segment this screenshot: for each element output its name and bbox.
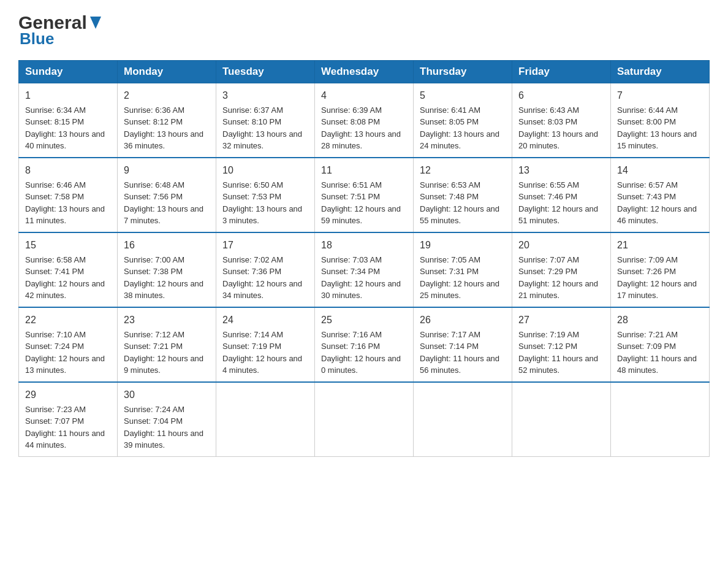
calendar-week-row: 15 Sunrise: 6:58 AM Sunset: 7:41 PM Dayl… [19, 232, 710, 307]
day-sunset: Sunset: 7:53 PM [222, 192, 281, 201]
day-sunset: Sunset: 8:03 PM [518, 117, 577, 126]
calendar-week-row: 29 Sunrise: 7:23 AM Sunset: 7:07 PM Dayl… [19, 382, 710, 457]
day-sunrise: Sunrise: 6:58 AM [25, 255, 86, 264]
day-number: 7 [617, 88, 703, 103]
logo: General Blue [18, 12, 104, 48]
day-sunrise: Sunrise: 7:07 AM [518, 255, 579, 264]
day-daylight: Daylight: 13 hours and 32 minutes. [222, 129, 302, 151]
day-number: 24 [222, 313, 308, 327]
day-sunset: Sunset: 8:05 PM [420, 117, 479, 126]
day-sunrise: Sunrise: 6:48 AM [124, 180, 184, 190]
calendar-cell: 12 Sunrise: 6:53 AM Sunset: 7:48 PM Dayl… [414, 158, 512, 232]
day-sunset: Sunset: 7:09 PM [617, 342, 676, 351]
day-daylight: Daylight: 12 hours and 34 minutes. [222, 279, 302, 301]
day-number: 6 [518, 88, 604, 103]
day-sunrise: Sunrise: 6:41 AM [420, 105, 480, 115]
day-sunset: Sunset: 7:16 PM [321, 342, 380, 351]
day-daylight: Daylight: 12 hours and 0 minutes. [321, 354, 401, 375]
calendar-cell: 21 Sunrise: 7:09 AM Sunset: 7:26 PM Dayl… [611, 232, 710, 307]
day-sunrise: Sunrise: 6:39 AM [321, 105, 382, 115]
day-sunset: Sunset: 7:43 PM [617, 192, 676, 201]
day-sunset: Sunset: 7:41 PM [25, 267, 84, 276]
day-sunset: Sunset: 7:31 PM [420, 267, 479, 276]
calendar-cell: 10 Sunrise: 6:50 AM Sunset: 7:53 PM Dayl… [216, 158, 315, 232]
day-sunrise: Sunrise: 6:57 AM [617, 180, 678, 190]
day-sunset: Sunset: 7:04 PM [124, 416, 183, 426]
calendar-cell [414, 382, 512, 457]
day-number: 23 [124, 313, 210, 327]
day-sunrise: Sunrise: 6:53 AM [420, 180, 480, 190]
day-sunset: Sunset: 7:36 PM [222, 267, 281, 276]
day-daylight: Daylight: 12 hours and 51 minutes. [518, 204, 598, 226]
calendar-cell: 22 Sunrise: 7:10 AM Sunset: 7:24 PM Dayl… [19, 307, 118, 382]
day-daylight: Daylight: 11 hours and 48 minutes. [617, 354, 697, 375]
logo-blue-text: Blue [20, 30, 104, 48]
day-number: 10 [222, 163, 308, 178]
day-number: 27 [518, 313, 604, 327]
day-sunset: Sunset: 7:34 PM [321, 267, 380, 276]
day-sunrise: Sunrise: 6:50 AM [222, 180, 283, 190]
calendar-cell: 7 Sunrise: 6:44 AM Sunset: 8:00 PM Dayli… [611, 83, 710, 158]
day-number: 15 [25, 238, 111, 253]
day-number: 3 [222, 88, 308, 103]
day-number: 11 [321, 163, 407, 178]
day-sunset: Sunset: 7:51 PM [321, 192, 380, 201]
day-daylight: Daylight: 12 hours and 55 minutes. [420, 204, 499, 226]
calendar-cell: 25 Sunrise: 7:16 AM Sunset: 7:16 PM Dayl… [315, 307, 414, 382]
day-number: 18 [321, 238, 407, 253]
day-of-week-header: Saturday [611, 60, 710, 83]
day-sunset: Sunset: 8:00 PM [617, 117, 676, 126]
day-number: 14 [617, 163, 703, 178]
day-sunset: Sunset: 7:48 PM [420, 192, 479, 201]
calendar-cell: 28 Sunrise: 7:21 AM Sunset: 7:09 PM Dayl… [611, 307, 710, 382]
day-sunrise: Sunrise: 6:43 AM [518, 105, 579, 115]
day-daylight: Daylight: 12 hours and 21 minutes. [518, 279, 598, 301]
day-sunrise: Sunrise: 6:55 AM [518, 180, 579, 190]
day-sunrise: Sunrise: 7:24 AM [124, 405, 184, 414]
day-number: 2 [124, 88, 210, 103]
day-sunset: Sunset: 7:38 PM [124, 267, 183, 276]
calendar-cell: 16 Sunrise: 7:00 AM Sunset: 7:38 PM Dayl… [118, 232, 216, 307]
day-daylight: Daylight: 12 hours and 13 minutes. [25, 354, 105, 375]
calendar-cell: 24 Sunrise: 7:14 AM Sunset: 7:19 PM Dayl… [216, 307, 315, 382]
day-sunrise: Sunrise: 6:46 AM [25, 180, 86, 190]
day-daylight: Daylight: 13 hours and 24 minutes. [420, 129, 499, 151]
day-sunset: Sunset: 7:58 PM [25, 192, 84, 201]
day-of-week-header: Thursday [414, 60, 512, 83]
day-sunset: Sunset: 7:21 PM [124, 342, 183, 351]
day-number: 17 [222, 238, 308, 253]
day-sunset: Sunset: 7:14 PM [420, 342, 479, 351]
day-number: 21 [617, 238, 703, 253]
day-sunset: Sunset: 7:12 PM [518, 342, 577, 351]
day-sunset: Sunset: 7:46 PM [518, 192, 577, 201]
day-sunset: Sunset: 7:26 PM [617, 267, 676, 276]
calendar-cell: 9 Sunrise: 6:48 AM Sunset: 7:56 PM Dayli… [118, 158, 216, 232]
day-sunset: Sunset: 7:29 PM [518, 267, 577, 276]
day-daylight: Daylight: 13 hours and 15 minutes. [617, 129, 697, 151]
day-of-week-header: Sunday [19, 60, 118, 83]
day-number: 4 [321, 88, 407, 103]
day-sunrise: Sunrise: 6:37 AM [222, 105, 283, 115]
day-daylight: Daylight: 12 hours and 9 minutes. [124, 354, 203, 375]
day-daylight: Daylight: 11 hours and 44 minutes. [25, 429, 105, 450]
day-sunrise: Sunrise: 7:23 AM [25, 405, 86, 414]
day-sunrise: Sunrise: 6:44 AM [617, 105, 678, 115]
day-daylight: Daylight: 13 hours and 40 minutes. [25, 129, 105, 151]
day-sunset: Sunset: 7:19 PM [222, 342, 281, 351]
day-daylight: Daylight: 12 hours and 46 minutes. [617, 204, 697, 226]
day-sunrise: Sunrise: 7:16 AM [321, 330, 382, 339]
day-daylight: Daylight: 13 hours and 36 minutes. [124, 129, 203, 151]
day-sunrise: Sunrise: 7:03 AM [321, 255, 382, 264]
calendar-cell: 3 Sunrise: 6:37 AM Sunset: 8:10 PM Dayli… [216, 83, 315, 158]
day-number: 16 [124, 238, 210, 253]
calendar-week-row: 22 Sunrise: 7:10 AM Sunset: 7:24 PM Dayl… [19, 307, 710, 382]
calendar-cell: 26 Sunrise: 7:17 AM Sunset: 7:14 PM Dayl… [414, 307, 512, 382]
calendar-header-row: SundayMondayTuesdayWednesdayThursdayFrid… [19, 60, 710, 83]
day-daylight: Daylight: 12 hours and 4 minutes. [222, 354, 302, 375]
day-number: 22 [25, 313, 111, 327]
day-daylight: Daylight: 12 hours and 25 minutes. [420, 279, 499, 301]
day-daylight: Daylight: 11 hours and 56 minutes. [420, 354, 499, 375]
day-daylight: Daylight: 11 hours and 52 minutes. [518, 354, 598, 375]
day-sunrise: Sunrise: 6:34 AM [25, 105, 86, 115]
day-number: 28 [617, 313, 703, 327]
